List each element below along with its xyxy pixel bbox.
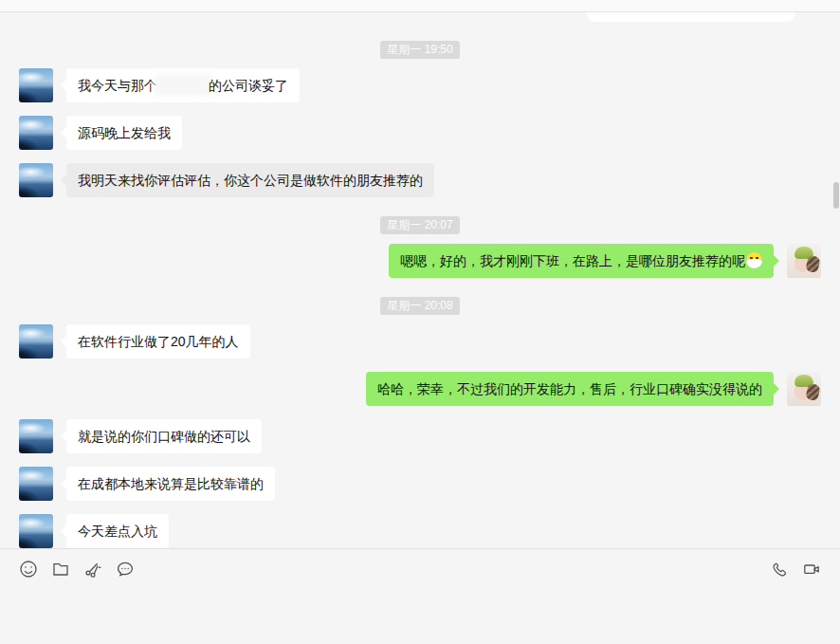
chat-message-area: 星期一 19:50我今天与那个的公司谈妥了源码晚上发给我我明天来找你评估评估，你… xyxy=(0,12,840,549)
self-avatar[interactable] xyxy=(787,372,821,406)
timestamp-badge: 星期一 20:07 xyxy=(380,216,459,234)
chat-message-row: 在成都本地来说算是比较靠谱的 xyxy=(19,467,821,501)
message-input-area[interactable] xyxy=(0,589,840,643)
message-text: 在软件行业做了20几年的人 xyxy=(78,334,239,349)
cutoff-message-bubble[interactable] xyxy=(587,12,795,22)
message-bubble[interactable]: 哈哈，荣幸，不过我们的开发能力，售后，行业口碑确实没得说的 xyxy=(366,372,774,406)
toolbar-right-icons xyxy=(771,560,821,579)
chat-history-icon[interactable] xyxy=(116,560,135,579)
message-text: 在成都本地来说算是比较靠谱的 xyxy=(78,476,264,491)
message-bubble[interactable]: 在成都本地来说算是比较靠谱的 xyxy=(66,467,275,501)
scrollbar-thumb[interactable] xyxy=(833,182,839,209)
chat-message-row: 在软件行业做了20几年的人 xyxy=(19,324,821,359)
video-call-icon[interactable] xyxy=(802,560,821,579)
contact-avatar[interactable] xyxy=(19,419,53,453)
window-top-band xyxy=(0,0,840,12)
message-bubble[interactable]: 我今天与那个的公司谈妥了 xyxy=(66,68,300,102)
message-text: 的公司谈妥了 xyxy=(209,78,288,93)
bubble-tail xyxy=(774,255,779,267)
message-text: 源码晚上发给我 xyxy=(78,125,171,140)
contact-avatar[interactable] xyxy=(19,116,53,150)
message-list: 星期一 19:50我今天与那个的公司谈妥了源码晚上发给我我明天来找你评估评估，你… xyxy=(19,40,821,548)
timestamp-badge: 星期一 19:50 xyxy=(380,41,459,59)
chat-message-row: 嗯嗯，好的，我才刚刚下班，在路上，是哪位朋友推荐的呢 xyxy=(19,244,821,278)
timestamp-badge: 星期一 20:08 xyxy=(380,297,459,315)
self-avatar[interactable] xyxy=(787,244,821,278)
redacted-text-patch xyxy=(157,78,209,92)
contact-avatar[interactable] xyxy=(19,68,53,102)
bubble-tail xyxy=(774,383,779,395)
contact-avatar[interactable] xyxy=(19,324,53,359)
message-bubble[interactable]: 嗯嗯，好的，我才刚刚下班，在路上，是哪位朋友推荐的呢 xyxy=(389,244,774,278)
contact-avatar[interactable] xyxy=(19,467,53,501)
chat-message-row: 我今天与那个的公司谈妥了 xyxy=(19,68,821,102)
chat-message-row: 哈哈，荣幸，不过我们的开发能力，售后，行业口碑确实没得说的 xyxy=(19,372,821,406)
voice-call-icon[interactable] xyxy=(771,560,790,579)
grinning-face-emoji xyxy=(746,252,762,268)
timestamp-row: 星期一 20:07 xyxy=(19,215,821,234)
chat-message-row: 今天差点入坑 xyxy=(19,514,821,548)
message-bubble[interactable]: 今天差点入坑 xyxy=(66,514,169,548)
message-bubble[interactable]: 我明天来找你评估评估，你这个公司是做软件的朋友推荐的 xyxy=(66,163,434,197)
message-text: 哈哈，荣幸，不过我们的开发能力，售后，行业口碑确实没得说的 xyxy=(377,381,762,396)
message-bubble[interactable]: 就是说的你们口碑做的还可以 xyxy=(66,419,262,453)
message-text: 嗯嗯，好的，我才刚刚下班，在路上，是哪位朋友推荐的呢 xyxy=(400,253,745,268)
contact-avatar[interactable] xyxy=(19,514,53,548)
chat-message-row: 就是说的你们口碑做的还可以 xyxy=(19,419,821,453)
contact-avatar[interactable] xyxy=(19,163,53,197)
folder-icon[interactable] xyxy=(51,560,70,579)
message-text: 我今天与那个 xyxy=(78,78,157,93)
timestamp-row: 星期一 20:08 xyxy=(19,296,821,315)
message-text: 今天差点入坑 xyxy=(78,524,157,539)
chat-message-row: 我明天来找你评估评估，你这个公司是做软件的朋友推荐的 xyxy=(19,163,821,197)
input-toolbar xyxy=(0,549,840,589)
toolbar-left-icons xyxy=(19,560,135,579)
chat-message-row: 源码晚上发给我 xyxy=(19,116,821,150)
message-bubble[interactable]: 源码晚上发给我 xyxy=(66,116,182,150)
message-text: 就是说的你们口碑做的还可以 xyxy=(78,429,250,444)
screenshot-scissors-icon[interactable] xyxy=(83,560,102,579)
message-bubble[interactable]: 在软件行业做了20几年的人 xyxy=(66,324,250,359)
emoji-icon[interactable] xyxy=(19,560,38,579)
timestamp-row: 星期一 19:50 xyxy=(19,40,821,59)
message-text: 我明天来找你评估评估，你这个公司是做软件的朋友推荐的 xyxy=(78,173,423,188)
